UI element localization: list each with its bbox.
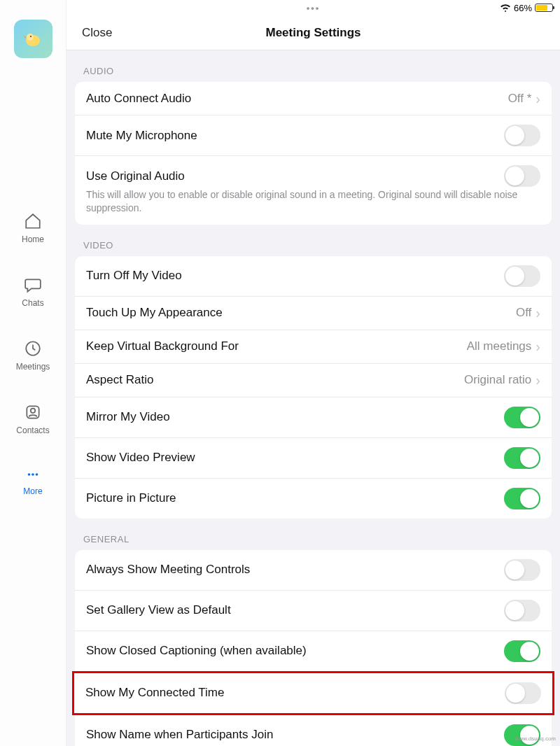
sidebar-label-meetings: Meetings bbox=[16, 362, 50, 372]
status-bar: ••• 66% bbox=[66, 0, 560, 15]
more-icon bbox=[24, 467, 42, 482]
contacts-icon bbox=[24, 403, 42, 421]
svg-point-7 bbox=[31, 473, 34, 476]
row-gallery-view-default[interactable]: Set Gallery View as Default bbox=[75, 591, 552, 631]
row-label: Aspect Ratio bbox=[86, 373, 153, 387]
row-label: Keep Virtual Background For bbox=[86, 339, 239, 353]
row-label: Use Original Audio bbox=[86, 169, 185, 183]
svg-point-5 bbox=[31, 409, 36, 414]
row-keep-virtual-background[interactable]: Keep Virtual Background For All meetings… bbox=[75, 330, 552, 364]
toggle-gallery-view-default[interactable] bbox=[504, 600, 540, 621]
toggle-closed-captioning[interactable] bbox=[504, 640, 540, 662]
svg-point-1 bbox=[27, 34, 34, 41]
row-label: Show Closed Captioning (when available) bbox=[86, 644, 307, 658]
row-use-original-audio[interactable]: Use Original Audio bbox=[75, 156, 552, 191]
sidebar-label-more: More bbox=[23, 486, 42, 496]
row-show-name-on-join[interactable]: Show Name when Participants Join bbox=[75, 715, 552, 746]
toggle-turn-off-video[interactable] bbox=[504, 265, 540, 287]
sidebar-item-contacts[interactable]: Contacts bbox=[16, 403, 49, 435]
clock-icon bbox=[24, 339, 42, 358]
row-label: Mute My Microphone bbox=[86, 129, 197, 143]
bird-icon bbox=[20, 27, 46, 52]
toggle-mirror-video[interactable] bbox=[504, 407, 540, 428]
row-auto-connect-audio[interactable]: Auto Connect Audio Off * › bbox=[75, 82, 552, 115]
row-label: Picture in Picture bbox=[86, 491, 176, 505]
header: Close Meeting Settings bbox=[66, 15, 560, 50]
row-picture-in-picture[interactable]: Picture in Picture bbox=[75, 479, 552, 519]
battery-icon bbox=[535, 3, 553, 12]
sidebar-item-chats[interactable]: Chats bbox=[22, 276, 43, 308]
sidebar-label-home: Home bbox=[22, 234, 44, 244]
row-mute-microphone[interactable]: Mute My Microphone bbox=[75, 115, 552, 156]
svg-point-8 bbox=[36, 473, 38, 476]
row-label: Always Show Meeting Controls bbox=[86, 563, 250, 577]
sidebar-item-home[interactable]: Home bbox=[22, 212, 44, 244]
toggle-mute-microphone[interactable] bbox=[504, 125, 540, 146]
sidebar-label-contacts: Contacts bbox=[16, 425, 49, 435]
sidebar-item-meetings[interactable]: Meetings bbox=[16, 339, 50, 372]
section-header-general: GENERAL bbox=[66, 519, 560, 550]
chevron-right-icon: › bbox=[536, 339, 540, 353]
row-label: Show Name when Participants Join bbox=[86, 728, 273, 742]
toggle-always-show-controls[interactable] bbox=[504, 559, 540, 581]
chat-icon bbox=[24, 276, 42, 294]
row-always-show-controls[interactable]: Always Show Meeting Controls bbox=[75, 550, 552, 591]
row-value: Off * bbox=[508, 92, 532, 106]
chevron-right-icon: › bbox=[536, 306, 540, 320]
chevron-right-icon: › bbox=[536, 92, 540, 106]
wifi-icon bbox=[500, 3, 511, 12]
row-value: Original ratio bbox=[464, 373, 531, 387]
row-label: Touch Up My Appearance bbox=[86, 306, 223, 320]
row-value: All meetings bbox=[467, 339, 532, 353]
row-show-connected-time[interactable]: Show My Connected Time bbox=[74, 673, 552, 713]
svg-point-2 bbox=[30, 36, 31, 37]
avatar[interactable] bbox=[14, 20, 52, 58]
row-aspect-ratio[interactable]: Aspect Ratio Original ratio › bbox=[75, 364, 552, 397]
sidebar-label-chats: Chats bbox=[22, 298, 43, 308]
page-title: Meeting Settings bbox=[265, 26, 360, 40]
row-label: Auto Connect Audio bbox=[86, 92, 191, 106]
section-header-video: VIDEO bbox=[66, 225, 560, 256]
row-label: Set Gallery View as Default bbox=[86, 603, 231, 617]
row-turn-off-video[interactable]: Turn Off My Video bbox=[75, 256, 552, 297]
toggle-use-original-audio[interactable] bbox=[504, 165, 540, 187]
chevron-right-icon: › bbox=[536, 373, 540, 387]
battery-percent: 66% bbox=[514, 3, 532, 13]
sidebar-item-more[interactable]: More bbox=[23, 467, 42, 496]
toggle-picture-in-picture[interactable] bbox=[504, 488, 540, 509]
home-icon bbox=[24, 212, 42, 230]
toggle-show-connected-time[interactable] bbox=[505, 682, 541, 704]
watermark: www.dsuaq.com bbox=[515, 736, 556, 742]
row-value: Off bbox=[516, 306, 531, 320]
row-label: Turn Off My Video bbox=[86, 269, 182, 283]
svg-point-6 bbox=[28, 473, 31, 476]
row-label: Show Video Preview bbox=[86, 451, 195, 465]
row-show-video-preview[interactable]: Show Video Preview bbox=[75, 438, 552, 479]
close-button[interactable]: Close bbox=[82, 26, 112, 40]
row-mirror-video[interactable]: Mirror My Video bbox=[75, 397, 552, 438]
row-description: This will allow you to enable or disable… bbox=[75, 188, 552, 225]
row-closed-captioning[interactable]: Show Closed Captioning (when available) bbox=[75, 631, 552, 671]
settings-content[interactable]: AUDIO Auto Connect Audio Off * › Mute My… bbox=[66, 50, 560, 746]
handle-icon: ••• bbox=[307, 3, 321, 13]
sidebar: Home Chats Meetings Contacts More bbox=[0, 0, 66, 746]
row-touch-up-appearance[interactable]: Touch Up My Appearance Off › bbox=[75, 297, 552, 330]
row-label: Mirror My Video bbox=[86, 410, 170, 424]
highlighted-row: Show My Connected Time bbox=[72, 671, 554, 715]
section-header-audio: AUDIO bbox=[66, 50, 560, 82]
row-label: Show My Connected Time bbox=[85, 686, 224, 700]
toggle-show-video-preview[interactable] bbox=[504, 447, 540, 469]
